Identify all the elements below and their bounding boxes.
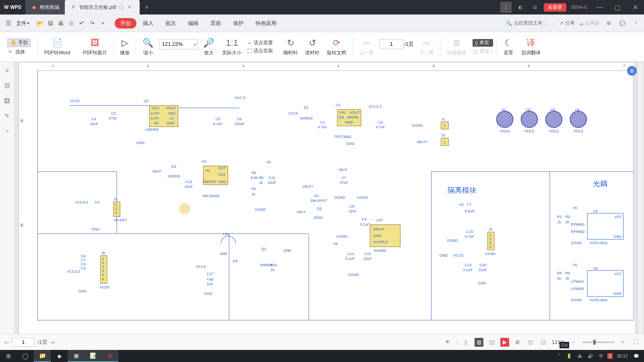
fit-width-button[interactable]: ↔适合宽度 <box>247 39 273 46</box>
zoom-slider-thumb[interactable] <box>593 340 596 345</box>
rotate-ccw-button[interactable]: ↺ 逆时针 <box>303 37 322 56</box>
translate-button[interactable]: 译 划词翻译 <box>519 37 543 56</box>
close-button[interactable]: ✕ <box>628 0 642 14</box>
menu-special[interactable]: 特色应用 <box>250 18 282 29</box>
undo-icon[interactable]: ↶ <box>77 19 87 28</box>
tray-battery-icon[interactable]: 🔋 <box>565 354 574 359</box>
pdf-image-label: PDF转图片 <box>83 49 107 56</box>
pdf-to-image-button[interactable]: 🖼 PDF转图片 <box>80 37 109 56</box>
double-page-button[interactable]: ▯▯双页▾ <box>473 48 493 55</box>
view-single-icon[interactable]: ▯ <box>462 338 471 347</box>
taskbar-explorer[interactable]: 📁 <box>34 350 51 362</box>
menu-start[interactable]: 开始 <box>115 18 136 29</box>
qat-more-icon[interactable]: ▾ <box>98 19 107 28</box>
thumbnails-icon[interactable]: ▤ <box>2 80 12 90</box>
menu-page[interactable]: 页面 <box>205 18 227 29</box>
zoom-out-button[interactable]: 🔍 缩小 <box>140 37 156 56</box>
pdf-to-word-button[interactable]: 📄 PDF转Word <box>42 37 72 56</box>
collapse-icon[interactable]: ＾ <box>631 19 641 28</box>
tray-lang[interactable]: 中 <box>597 353 605 359</box>
tool1-icon[interactable]: ⊞ <box>513 338 522 347</box>
taskbar-app1[interactable]: ◆ <box>51 350 68 362</box>
tray-volume-icon[interactable]: 🔊 <box>586 354 595 359</box>
cloud-sync[interactable]: ☁ 云同步 <box>579 20 600 27</box>
bookmarks-icon[interactable]: 𝄐 <box>2 126 12 136</box>
taskbar-app2[interactable]: ▣ <box>68 350 85 362</box>
file-menu[interactable]: 文件▾ <box>14 20 31 27</box>
settings-icon[interactable]: ⚙ <box>604 19 613 28</box>
status-zoom-out-icon[interactable]: − <box>569 338 578 347</box>
rotate-cw-button[interactable]: ↻ 顺时针 <box>281 37 300 56</box>
start-button[interactable]: ⊞ <box>0 350 17 362</box>
tool2-icon[interactable]: ◫ <box>526 338 535 347</box>
search-box[interactable]: 🔍 点此查找文本... ⋮ <box>506 20 555 27</box>
menu-comment[interactable]: 批注 <box>160 18 182 29</box>
zoom-slider[interactable] <box>582 341 614 343</box>
continuous-button[interactable]: ≣ 连续阅读 <box>444 37 469 56</box>
status-prev-icon[interactable]: ⇦ <box>4 339 9 346</box>
annotations-icon[interactable]: ✎ <box>2 111 12 121</box>
hand-tool[interactable]: ✋ 手型 <box>7 39 31 47</box>
play-button[interactable]: ▷ 播放 <box>118 37 132 56</box>
status-zoom-in-icon[interactable]: + <box>618 338 627 347</box>
tool3-icon[interactable]: ◲ <box>539 338 548 347</box>
floating-assist-button[interactable]: ⊞ <box>627 66 637 76</box>
select-tool[interactable]: ↖ 选择 <box>7 49 31 56</box>
badge-icon[interactable]: 1 <box>500 2 512 13</box>
minimize-button[interactable]: — <box>592 0 607 14</box>
tray-network-icon[interactable]: 🖧 <box>576 354 584 358</box>
next-page-button[interactable]: ⇨ 下一页 <box>417 37 436 56</box>
actual-size-button[interactable]: 1:1 实际大小 <box>220 37 244 56</box>
single-page-button[interactable]: ▯单页 <box>473 39 493 47</box>
login-button[interactable]: 未登录 <box>544 3 566 12</box>
tray-ime-label[interactable]: CH <box>559 342 569 348</box>
menu-insert[interactable]: 插入 <box>137 18 159 29</box>
save-icon[interactable]: 🖫 <box>45 19 55 28</box>
open-icon[interactable]: 📂 <box>35 19 45 28</box>
view-double-icon[interactable]: ▯▯ <box>487 338 496 347</box>
tab-store[interactable]: ◆ 稻壳商城 <box>25 0 65 14</box>
document-area[interactable]: 1 2 3 4 5 6 7 A B VCC5 U2 VC <box>14 62 644 346</box>
print-preview-icon[interactable]: ⎙ <box>66 19 76 28</box>
tray-clock[interactable]: 20:17 <box>615 354 630 358</box>
status-next-icon[interactable]: ⇨ <box>51 339 56 346</box>
menu-edit[interactable]: 编辑 <box>182 18 204 29</box>
redo-icon[interactable]: ↷ <box>87 19 97 28</box>
new-tab-button[interactable]: ＋ <box>140 3 154 12</box>
svg-text:VCC5: VCC5 <box>196 265 206 269</box>
tab-close-icon[interactable]: ✕ <box>128 4 134 10</box>
print-icon[interactable]: 🖶 <box>56 19 66 28</box>
eye-icon[interactable]: 👁 <box>443 338 452 347</box>
message-icon[interactable]: 💬 <box>617 19 627 28</box>
zoom-input[interactable] <box>159 39 198 49</box>
fit-page-button[interactable]: ⛶适合页面 <box>247 47 273 54</box>
taskbar-notepad[interactable]: 📝 <box>85 350 101 362</box>
status-page-input[interactable] <box>12 338 35 347</box>
status-play-icon[interactable]: ▶ <box>500 338 509 347</box>
hamburger-icon[interactable]: ☰ <box>3 19 14 27</box>
feedback-icon[interactable]: ⧉ <box>529 2 541 13</box>
page-input[interactable] <box>379 39 403 49</box>
share-button[interactable]: ↗ 分享 <box>559 20 575 27</box>
svg-text:C10: C10 <box>466 230 473 234</box>
scrollbar-vertical[interactable] <box>638 62 644 340</box>
zoom-in-button[interactable]: 🔎 放大 <box>201 37 217 56</box>
view-continuous-icon[interactable]: ▥ <box>475 338 483 347</box>
tray-up-icon[interactable]: ˄ <box>557 354 562 359</box>
tab-document[interactable]: P 智能车主控板.pdf ▢ ✕ <box>65 0 140 14</box>
prev-page-button[interactable]: ⇦ 上一页 <box>357 37 376 56</box>
background-button[interactable]: ☾ 背景 <box>501 37 516 56</box>
menu-protect[interactable]: 保护 <box>227 18 249 29</box>
taskbar-wps[interactable]: W <box>101 350 118 362</box>
attachments-icon[interactable]: 🖼 <box>2 96 12 105</box>
tab-restore-icon[interactable]: ▢ <box>119 4 125 10</box>
tray-notifications-icon[interactable]: 💬 <box>632 354 641 359</box>
svg-text:RPWM2: RPWM2 <box>571 230 585 234</box>
rotate-doc-button[interactable]: ⟳ 旋转文档 <box>324 37 349 56</box>
taskbar-chrome[interactable]: ◯ <box>17 350 34 362</box>
side-handle-icon[interactable]: ≡ <box>2 65 12 75</box>
tray-ime-icon[interactable]: S <box>607 353 613 359</box>
skin-icon[interactable]: ◐ <box>515 2 526 13</box>
fullscreen-icon[interactable]: ⛶ <box>631 338 640 347</box>
maximize-button[interactable]: ▢ <box>610 0 625 14</box>
